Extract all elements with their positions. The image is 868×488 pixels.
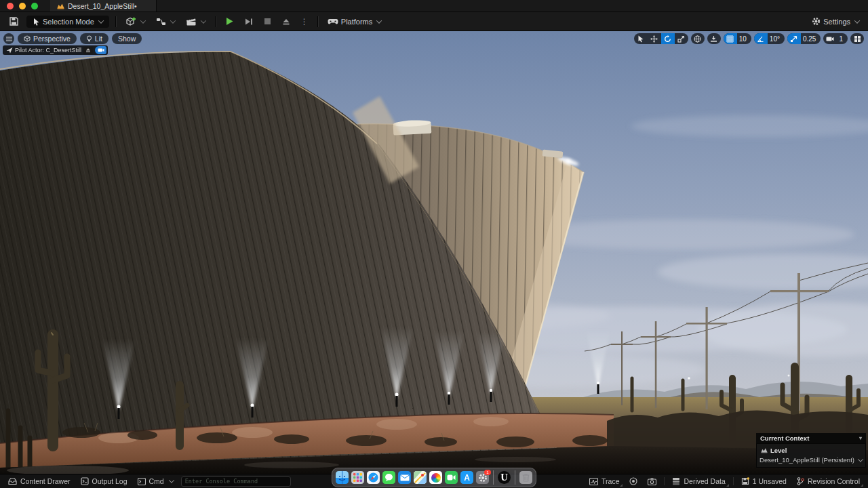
trace-button[interactable]: Trace [587, 477, 622, 485]
derived-data-button[interactable]: Derived Data [669, 477, 728, 485]
dock-separator-2 [515, 470, 515, 485]
dock-icon-launchpad[interactable] [351, 471, 364, 484]
rotation-snap-control[interactable]: 10° [754, 33, 785, 44]
settings-dropdown[interactable]: Settings [808, 15, 863, 28]
level-viewport[interactable]: Perspective Lit Show Pilot Actor: C_Dese… [0, 31, 868, 474]
surface-snapping-button[interactable] [707, 33, 721, 44]
skip-frame-button[interactable] [241, 16, 256, 28]
dock-icon-facetime[interactable] [445, 471, 458, 484]
current-context-header[interactable]: Current Context ▾ [756, 433, 866, 443]
level-tab[interactable]: Desert_10_AppleStill• [50, 0, 157, 12]
add-cube-icon [125, 16, 136, 26]
console-command-input[interactable] [181, 476, 291, 487]
camera-speed-value: 1 [837, 35, 848, 43]
scale-icon [677, 35, 685, 43]
pilot-camera-toggle[interactable] [95, 46, 106, 54]
dock-icon-mail[interactable] [398, 471, 411, 484]
current-level-dropdown[interactable]: Desert_10_AppleStill (Persistent) [760, 456, 863, 464]
save-button[interactable] [5, 14, 22, 28]
dock-icon-photos[interactable] [429, 471, 442, 484]
dock-icon-safari[interactable] [367, 471, 380, 484]
gamepad-icon [328, 18, 338, 26]
cmd-dropdown[interactable]: Cmd [135, 477, 176, 485]
dock-icon-app-store[interactable]: A [460, 471, 473, 484]
stop-button[interactable] [260, 16, 275, 27]
viewport-options-button[interactable] [3, 33, 14, 44]
rotate-tool-button[interactable] [661, 33, 675, 44]
surface-snap-icon [710, 35, 717, 43]
scale-snap-icon [790, 35, 797, 43]
dock-icon-unreal-engine[interactable]: U [498, 471, 511, 484]
revision-control-branch-icon [797, 477, 804, 485]
camera-speed-control[interactable]: 1 [823, 33, 848, 44]
move-tool-button[interactable] [648, 33, 661, 44]
perspective-dropdown[interactable]: Perspective [18, 33, 77, 44]
scale-snap-control[interactable]: 0.25 [787, 33, 821, 44]
output-log-icon [81, 477, 89, 485]
zoom-button[interactable] [31, 3, 38, 9]
angle-snap-icon [757, 35, 764, 43]
blueprint-node-icon [156, 17, 166, 26]
macos-dock: A 1 U [332, 468, 536, 487]
unsaved-button[interactable]: 1 Unsaved [738, 477, 789, 485]
selection-mode-dropdown[interactable]: Selection Mode [26, 16, 109, 28]
rotation-snap-value: 10° [768, 35, 785, 43]
quad-view-icon [854, 35, 861, 43]
add-actor-dropdown[interactable] [122, 14, 149, 28]
content-drawer-icon [8, 477, 17, 485]
camera-icon [98, 47, 104, 53]
grid-snap-control[interactable]: 10 [724, 33, 751, 44]
cmd-icon [138, 478, 146, 485]
dock-separator [493, 470, 494, 485]
titlebar: Desert_10_AppleStill• [0, 0, 868, 12]
camera-speed-icon [826, 36, 834, 42]
platforms-dropdown[interactable]: Platforms [324, 16, 384, 28]
settings-badge: 1 [484, 470, 491, 475]
stop-piloting-button[interactable] [83, 47, 93, 54]
cursor-icon [33, 18, 40, 26]
current-context-level-row: Level [760, 446, 863, 456]
output-log-button[interactable]: Output Log [78, 477, 130, 485]
rotate-icon [664, 35, 671, 43]
eject-button[interactable] [279, 16, 294, 28]
record-target-icon [629, 477, 637, 485]
dock-icon-system-settings[interactable]: 1 [476, 471, 489, 484]
show-dropdown[interactable]: Show [112, 33, 142, 44]
window-title: Desert_10_AppleStill• [68, 2, 137, 10]
dock-icon-messages[interactable] [382, 471, 395, 484]
traffic-lights [7, 3, 38, 9]
coord-space-button[interactable] [691, 33, 705, 44]
revision-control-button[interactable]: Revision Control [794, 477, 863, 485]
current-context-panel: Current Context ▾ Level Desert_10_AppleS… [756, 433, 866, 468]
dock-icon-maps[interactable] [414, 471, 427, 484]
view-mode-dropdown[interactable]: Lit [80, 33, 108, 44]
play-button[interactable] [222, 15, 237, 28]
maximize-viewport-button[interactable] [850, 33, 864, 44]
dock-icon-finder[interactable] [336, 471, 349, 484]
dock-icon-trash[interactable] [519, 471, 532, 484]
unreal-editor-window: Desert_10_AppleStill• Selection Mode [0, 0, 868, 488]
pilot-plane-icon [6, 47, 13, 54]
insights-button[interactable] [627, 477, 640, 485]
transform-tools-group [634, 33, 688, 44]
scale-tool-button[interactable] [675, 33, 688, 44]
play-options-kebab[interactable]: ⋮ [298, 17, 311, 26]
clapperboard-icon [186, 17, 197, 26]
scale-snap-value: 0.25 [801, 35, 821, 43]
select-tool-button[interactable] [634, 33, 648, 44]
unsaved-save-icon [741, 477, 749, 485]
content-drawer-button[interactable]: Content Drawer [5, 477, 73, 485]
grid-snap-value: 10 [737, 35, 751, 43]
close-button[interactable] [7, 3, 14, 9]
level-viewport-scene[interactable] [0, 31, 868, 474]
perspective-cube-icon [24, 35, 31, 42]
grid-snap-icon [726, 35, 734, 43]
screenshot-button[interactable] [645, 478, 659, 485]
level-tab-icon [57, 3, 64, 9]
cinematics-dropdown[interactable] [182, 15, 209, 28]
collapse-caret-icon: ▾ [859, 435, 862, 441]
select-arrow-icon [637, 35, 644, 43]
minimize-button[interactable] [19, 3, 26, 9]
blueprints-dropdown[interactable] [153, 15, 178, 28]
move-icon [650, 35, 658, 43]
